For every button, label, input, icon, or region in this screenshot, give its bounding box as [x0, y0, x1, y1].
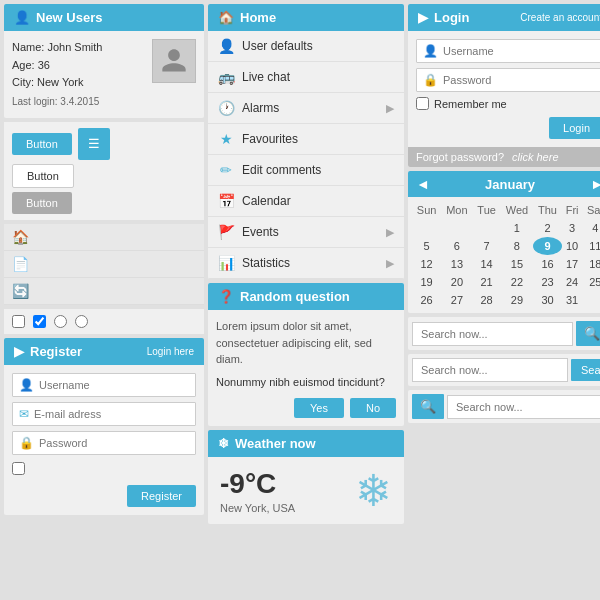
menu-item-calendar[interactable]: 📅 Calendar — [208, 186, 404, 217]
calendar-day[interactable]: 22 — [501, 273, 534, 291]
rq-title: Random question — [240, 289, 350, 304]
calendar-day[interactable]: 21 — [473, 273, 501, 291]
menu-item-edit-comments[interactable]: ✏ Edit comments — [208, 155, 404, 186]
user-info: Name: John Smith Age: 36 City: New York … — [12, 39, 144, 110]
menu-item-label: Events — [242, 225, 279, 239]
calendar-day[interactable]: 4 — [583, 219, 600, 237]
register-username-field[interactable]: 👤 — [12, 373, 196, 397]
checkbox-2[interactable] — [33, 315, 46, 328]
calendar-day[interactable]: 13 — [441, 255, 472, 273]
calendar-prev[interactable]: ◄ — [416, 176, 430, 192]
register-password-input[interactable] — [39, 437, 189, 449]
calendar-day[interactable]: 27 — [441, 291, 472, 309]
calendar-day — [473, 219, 501, 237]
calendar-day — [583, 291, 600, 309]
search-input-3[interactable] — [447, 395, 600, 419]
remember-me-checkbox[interactable] — [416, 97, 429, 110]
calendar-day[interactable]: 9 — [533, 237, 561, 255]
statistics-icon: 📊 — [218, 255, 234, 271]
hamburger-button[interactable]: ☰ — [78, 128, 110, 160]
side-icon-refresh[interactable]: 🔄 — [4, 278, 204, 305]
button-blue-1[interactable]: Button — [12, 133, 72, 155]
cal-day-sat: Sat — [583, 201, 600, 219]
radio-1[interactable] — [54, 315, 67, 328]
button-white[interactable]: Button — [12, 164, 74, 188]
events-arrow: ▶ — [386, 226, 394, 239]
calendar-day[interactable]: 28 — [473, 291, 501, 309]
calendar-header: ◄ January ► — [408, 171, 600, 197]
register-password-field[interactable]: 🔒 — [12, 431, 196, 455]
calendar-next[interactable]: ► — [590, 176, 600, 192]
register-username-input[interactable] — [39, 379, 189, 391]
calendar-day[interactable]: 29 — [501, 291, 534, 309]
calendar-day[interactable]: 30 — [533, 291, 561, 309]
click-here-link[interactable]: click here — [512, 151, 558, 163]
menu-item-favourites[interactable]: ★ Favourites — [208, 124, 404, 155]
calendar-day[interactable]: 2 — [533, 219, 561, 237]
calendar-day[interactable]: 11 — [583, 237, 600, 255]
menu-item-user-defaults[interactable]: 👤 User defaults — [208, 31, 404, 62]
search-icon-button-3-left[interactable]: 🔍 — [412, 394, 444, 419]
calendar-day[interactable]: 23 — [533, 273, 561, 291]
register-email-field[interactable]: ✉ — [12, 402, 196, 426]
weather-temp: -9°C — [220, 468, 295, 500]
login-username-field[interactable]: 👤 — [416, 39, 600, 63]
search-input-1[interactable] — [412, 322, 573, 346]
search-label-2: Search — [581, 364, 600, 376]
calendar-day[interactable]: 31 — [562, 291, 583, 309]
calendar-day[interactable]: 24 — [562, 273, 583, 291]
username-icon: 👤 — [423, 44, 438, 58]
register-email-input[interactable] — [34, 408, 189, 420]
favourites-icon: ★ — [218, 131, 234, 147]
user-name: Name: John Smith — [12, 39, 144, 57]
login-password-input[interactable] — [443, 74, 597, 86]
search-input-2[interactable] — [412, 358, 568, 382]
calendar-day[interactable]: 10 — [562, 237, 583, 255]
side-icon-document[interactable]: 📄 — [4, 251, 204, 278]
no-button[interactable]: No — [350, 398, 396, 418]
calendar-day[interactable]: 6 — [441, 237, 472, 255]
login-header: ▶ Login Create an account — [408, 4, 600, 31]
login-password-field[interactable]: 🔒 — [416, 68, 600, 92]
calendar-panel: ◄ January ► Sun Mon Tue Wed Thu Fri Sat — [408, 171, 600, 313]
calendar-day[interactable]: 25 — [583, 273, 600, 291]
radio-2[interactable] — [75, 315, 88, 328]
menu-item-events[interactable]: 🚩 Events ▶ — [208, 217, 404, 248]
calendar-day[interactable]: 14 — [473, 255, 501, 273]
calendar-day[interactable]: 18 — [583, 255, 600, 273]
calendar-day[interactable]: 15 — [501, 255, 534, 273]
calendar-day[interactable]: 16 — [533, 255, 561, 273]
calendar-day[interactable]: 3 — [562, 219, 583, 237]
rq-header: ❓ Random question — [208, 283, 404, 310]
checkbox-1[interactable] — [12, 315, 25, 328]
create-account-link[interactable]: Create an account — [520, 12, 600, 23]
side-icon-home[interactable]: 🏠 — [4, 224, 204, 251]
calendar-day[interactable]: 17 — [562, 255, 583, 273]
calendar-day[interactable]: 5 — [412, 237, 441, 255]
login-button[interactable]: Login — [549, 117, 600, 139]
statistics-arrow: ▶ — [386, 257, 394, 270]
calendar-day[interactable]: 19 — [412, 273, 441, 291]
search-text-button-2[interactable]: Search — [571, 359, 600, 381]
login-here-link[interactable]: Login here — [147, 346, 194, 357]
cal-day-thu: Thu — [533, 201, 561, 219]
login-username-input[interactable] — [443, 45, 597, 57]
menu-item-statistics[interactable]: 📊 Statistics ▶ — [208, 248, 404, 279]
search-icon-3: 🔍 — [420, 399, 436, 414]
button-gray[interactable]: Button — [12, 192, 72, 214]
calendar-day[interactable]: 7 — [473, 237, 501, 255]
yes-button[interactable]: Yes — [294, 398, 344, 418]
menu-item-live-chat[interactable]: 🚌 Live chat — [208, 62, 404, 93]
calendar-day[interactable]: 1 — [501, 219, 534, 237]
calendar-day[interactable]: 20 — [441, 273, 472, 291]
register-button[interactable]: Register — [127, 485, 196, 507]
calendar-day[interactable]: 12 — [412, 255, 441, 273]
cal-day-tue: Tue — [473, 201, 501, 219]
cal-day-sun: Sun — [412, 201, 441, 219]
terms-checkbox[interactable] — [12, 462, 25, 475]
calendar-day[interactable]: 26 — [412, 291, 441, 309]
search-bar-1: 🔍 — [408, 317, 600, 350]
menu-item-alarms[interactable]: 🕐 Alarms ▶ — [208, 93, 404, 124]
search-icon-button-1[interactable]: 🔍 — [576, 321, 600, 346]
calendar-day[interactable]: 8 — [501, 237, 534, 255]
